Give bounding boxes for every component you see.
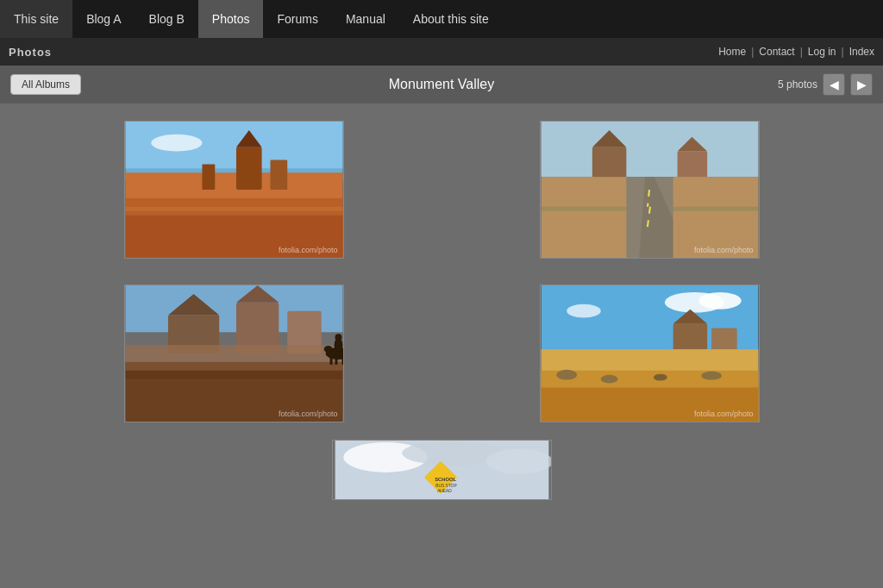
sub-header: Photos Home | Contact | Log in | Index xyxy=(0,38,883,66)
watermark-4: fotolia.com/photo xyxy=(694,410,754,418)
svg-text:AHEAD: AHEAD xyxy=(437,489,452,493)
svg-point-2 xyxy=(151,134,202,152)
watermark-2: fotolia.com/photo xyxy=(694,246,754,254)
all-albums-button[interactable]: All Albums xyxy=(10,74,81,95)
pipe-2: | xyxy=(800,46,803,58)
nav-about[interactable]: About this site xyxy=(399,0,503,38)
photo-thumbnail-4[interactable]: fotolia.com/photo xyxy=(540,285,760,422)
watermark-3: fotolia.com/photo xyxy=(279,410,338,418)
svg-rect-23 xyxy=(673,207,758,211)
svg-rect-7 xyxy=(202,164,215,190)
svg-text:BUS STOP: BUS STOP xyxy=(435,484,456,488)
nav-blog-a[interactable]: Blog A xyxy=(72,0,135,38)
next-photo-button[interactable]: ▶ xyxy=(850,73,873,96)
sub-header-links: Home | Contact | Log in | Index xyxy=(718,46,874,58)
nav-photos[interactable]: Photos xyxy=(198,0,264,38)
svg-point-53 xyxy=(556,370,577,380)
svg-rect-20 xyxy=(541,177,626,258)
nav-manual[interactable]: Manual xyxy=(332,0,399,38)
nav-forums[interactable]: Forums xyxy=(263,0,331,38)
svg-point-46 xyxy=(567,304,601,318)
svg-rect-6 xyxy=(270,160,287,190)
album-navigation: 5 photos ◀ ▶ xyxy=(778,73,873,96)
svg-point-54 xyxy=(600,375,617,384)
nav-blog-b[interactable]: Blog B xyxy=(135,0,198,38)
svg-rect-4 xyxy=(235,147,261,190)
svg-rect-33 xyxy=(125,371,342,379)
svg-point-41 xyxy=(335,334,341,341)
svg-text:SCHOOL: SCHOOL xyxy=(435,477,456,482)
photo-thumbnail-3[interactable]: fotolia.com/photo xyxy=(124,285,344,422)
home-link[interactable]: Home xyxy=(718,46,746,58)
album-bar: All Albums Monument Valley 5 photos ◀ ▶ xyxy=(0,66,883,103)
svg-rect-35 xyxy=(329,358,332,365)
pipe-1: | xyxy=(751,46,754,58)
svg-rect-36 xyxy=(335,358,337,365)
bottom-photo-row: SCHOOL BUS STOP AHEAD xyxy=(0,440,883,517)
svg-rect-47 xyxy=(673,323,707,353)
nav-this-site[interactable]: This site xyxy=(0,0,72,38)
svg-point-39 xyxy=(323,346,332,353)
watermark-1: fotolia.com/photo xyxy=(279,246,338,254)
photo-thumbnail-2[interactable]: fotolia.com/photo xyxy=(540,121,760,259)
photo-grid: fotolia.com/photo fotolia.com/photo xyxy=(0,103,883,440)
login-link[interactable]: Log in xyxy=(808,46,836,58)
photo-thumbnail-1[interactable]: fotolia.com/photo xyxy=(124,121,344,259)
svg-point-45 xyxy=(698,292,741,310)
photos-count: 5 photos xyxy=(778,78,817,91)
svg-rect-37 xyxy=(341,358,343,365)
top-navigation: This site Blog A Blog B Photos Forums Ma… xyxy=(0,0,883,38)
svg-point-60 xyxy=(485,449,551,474)
index-link[interactable]: Index xyxy=(849,46,874,58)
svg-rect-11 xyxy=(541,122,758,177)
contact-link[interactable]: Contact xyxy=(759,46,794,58)
section-label: Photos xyxy=(9,46,52,59)
album-title: Monument Valley xyxy=(389,77,494,92)
svg-point-56 xyxy=(701,372,722,380)
svg-rect-22 xyxy=(541,207,626,211)
svg-rect-10 xyxy=(125,207,342,211)
prev-photo-button[interactable]: ◀ xyxy=(823,73,845,96)
svg-marker-32 xyxy=(125,362,342,371)
svg-point-55 xyxy=(653,374,667,381)
pipe-3: | xyxy=(842,46,844,58)
photo-thumbnail-5[interactable]: SCHOOL BUS STOP AHEAD xyxy=(332,440,552,500)
